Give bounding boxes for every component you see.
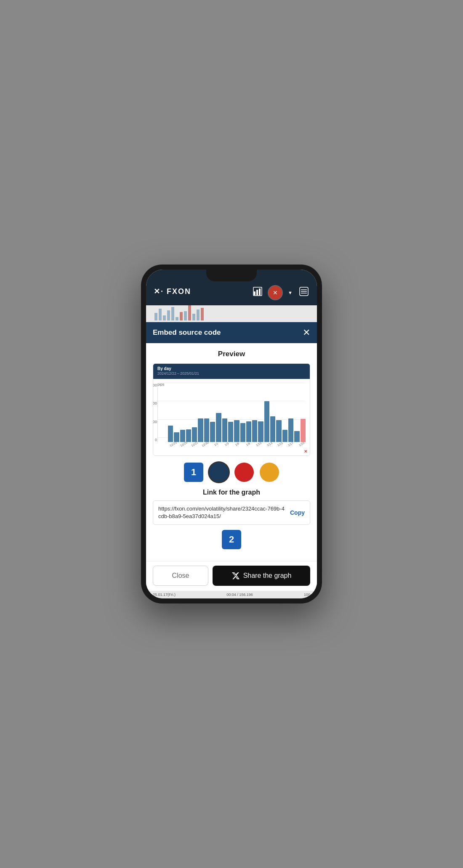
modal-container: Embed source code ✕ Preview By day 2024/… <box>146 322 317 591</box>
modal-body: Preview By day 2024/12/22～2025/01/21 pip… <box>146 343 317 561</box>
bar-18 <box>270 416 275 442</box>
bg-bar <box>171 307 174 320</box>
phone-notch <box>206 270 257 281</box>
bar-3 <box>180 430 185 442</box>
chart-grid: 300 200 100 0 <box>157 387 306 442</box>
bar-5 <box>192 427 197 442</box>
chart-header: By day 2024/12/22～2025/01/21 <box>153 364 310 379</box>
bg-bar <box>180 312 183 320</box>
swatch-orange[interactable] <box>260 463 279 482</box>
status-time-price: 00:04 / 156.196 <box>226 593 253 597</box>
status-value: 100 <box>304 593 310 597</box>
chart-date-range: 2024/12/22～2025/01/21 <box>157 371 306 376</box>
bar-16 <box>258 421 263 442</box>
share-button[interactable]: Share the graph <box>213 566 310 586</box>
bg-bar <box>163 315 166 320</box>
chart-background-strip <box>146 305 317 322</box>
grid-label-200: 200 <box>153 401 157 405</box>
bg-bar <box>192 314 195 320</box>
nav-icons: ▼ <box>251 285 310 300</box>
graph-url: https://fxon.com/en/volatility/share/232… <box>158 505 287 520</box>
chart-period-label: By day <box>157 366 306 371</box>
bg-bar <box>159 309 162 320</box>
bg-bar <box>201 308 204 320</box>
chart-footer: ✕ <box>153 447 310 455</box>
bar-10 <box>222 418 227 442</box>
x-axis-labels: 12/23 12/25 12/27 12/30 1/1 1/3 1/6 1/8 … <box>157 443 306 446</box>
bar-6 <box>198 418 203 442</box>
app-logo: ✕· FXON <box>153 286 195 300</box>
copy-button[interactable]: Copy <box>290 509 305 516</box>
phone-screen: ✕· FXON ▼ <box>146 270 317 598</box>
bar-9 <box>216 413 221 442</box>
bar-19 <box>276 420 281 442</box>
bg-bar <box>167 310 170 320</box>
grid-label-0: 0 <box>153 438 157 442</box>
status-strip: 25.01.17(Fri.) 00:04 / 156.196 100 <box>146 591 317 598</box>
bar-17 <box>264 401 269 442</box>
swatch-step1[interactable]: 1 <box>184 463 203 482</box>
bg-bar <box>154 313 157 320</box>
step2-number: 2 <box>222 530 241 549</box>
svg-rect-2 <box>256 290 258 295</box>
share-button-label: Share the graph <box>243 572 292 580</box>
modal-title: Embed source code <box>153 328 221 337</box>
status-date: 25.01.17(Fri.) <box>153 593 176 597</box>
grid-label-300: 300 <box>153 383 157 387</box>
swatch-red[interactable] <box>234 463 254 482</box>
preview-title: Preview <box>153 350 310 358</box>
step2-badge: 2 <box>153 530 310 549</box>
modal-header: Embed source code ✕ <box>146 322 317 343</box>
bottom-buttons: Close Share the graph <box>146 561 317 590</box>
close-button[interactable]: Close <box>153 566 208 586</box>
bar-12 <box>234 420 239 442</box>
link-box: https://fxon.com/en/volatility/share/232… <box>153 500 310 525</box>
grid-line-300: 300 <box>158 383 306 387</box>
menu-button[interactable] <box>298 285 310 300</box>
embed-modal: Embed source code ✕ Preview By day 2024/… <box>146 322 317 591</box>
dropdown-button[interactable]: ▼ <box>286 288 294 297</box>
bar-8 <box>210 422 215 442</box>
swatch-dark[interactable] <box>209 463 229 482</box>
modal-close-button[interactable]: ✕ <box>303 328 310 337</box>
bar-15 <box>252 420 257 442</box>
chart-plot-area: pips 300 200 100 <box>153 379 310 447</box>
grid-label-100: 100 <box>153 420 157 424</box>
bar-13 <box>240 423 245 442</box>
user-avatar[interactable] <box>268 285 283 300</box>
bar-23-highlight <box>301 419 306 442</box>
x-twitter-icon <box>232 572 240 580</box>
svg-rect-1 <box>254 291 255 295</box>
bar-14 <box>246 421 251 442</box>
bg-bar <box>184 311 187 320</box>
bar-21 <box>288 418 293 442</box>
phone-frame: ✕· FXON ▼ <box>141 265 322 603</box>
svg-text:✕· FXON: ✕· FXON <box>154 287 191 296</box>
chart-watermark: ✕ <box>304 449 307 454</box>
bar-1 <box>168 426 173 442</box>
svg-rect-3 <box>259 288 261 295</box>
bg-bar <box>197 310 200 320</box>
swatches-row: 1 <box>153 463 310 482</box>
bar-7 <box>204 418 209 442</box>
chart-bars <box>168 387 306 442</box>
bar-22 <box>294 431 299 442</box>
bg-bar <box>176 317 178 320</box>
bg-bar <box>188 305 191 320</box>
chart-preview: By day 2024/12/22～2025/01/21 pips 300 <box>153 363 310 456</box>
bar-11 <box>228 422 233 442</box>
chart-button[interactable] <box>251 285 264 300</box>
link-section-title: Link for the graph <box>153 489 310 496</box>
